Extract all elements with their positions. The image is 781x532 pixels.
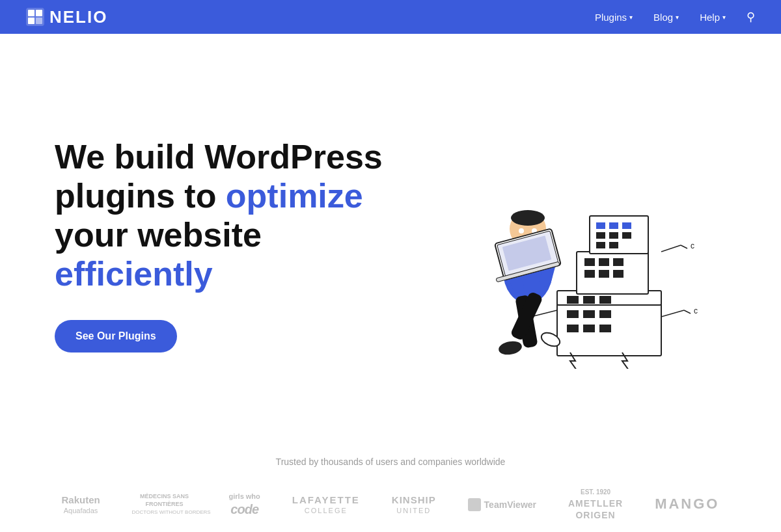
svg-rect-29 bbox=[622, 232, 631, 239]
hero-cta: See Our Plugins bbox=[55, 320, 383, 352]
svg-point-43 bbox=[511, 210, 545, 226]
svg-rect-2 bbox=[36, 10, 42, 16]
svg-rect-10 bbox=[567, 310, 579, 318]
svg-rect-11 bbox=[583, 310, 595, 318]
nav-logo[interactable]: NELIO bbox=[26, 7, 107, 27]
nav-plugins[interactable]: Plugins ▾ bbox=[595, 12, 633, 23]
svg-rect-1 bbox=[28, 10, 34, 16]
svg-line-34 bbox=[661, 310, 684, 317]
logo-lafayette: LAFAYETTE COLLEGE bbox=[292, 494, 360, 516]
svg-rect-19 bbox=[613, 258, 623, 266]
svg-rect-4 bbox=[36, 18, 42, 24]
chevron-down-icon: ▾ bbox=[722, 14, 726, 21]
teamviewer-icon bbox=[468, 498, 481, 511]
nelio-logo-icon bbox=[26, 8, 44, 26]
svg-rect-26 bbox=[622, 222, 631, 229]
svg-rect-27 bbox=[596, 232, 605, 239]
svg-rect-22 bbox=[613, 270, 623, 278]
trusted-tagline: Trusted by thousands of users and compan… bbox=[26, 457, 755, 467]
svg-rect-7 bbox=[567, 296, 579, 304]
chevron-down-icon: ▾ bbox=[629, 14, 633, 21]
svg-rect-30 bbox=[596, 242, 605, 248]
svg-rect-21 bbox=[599, 270, 609, 278]
svg-rect-25 bbox=[609, 222, 618, 229]
svg-rect-9 bbox=[599, 296, 611, 304]
nav-help[interactable]: Help ▾ bbox=[700, 12, 726, 23]
logo-msf: MÉDECINS SANSFRONTIÈRESDOCTORS WITHOUT B… bbox=[132, 493, 197, 516]
hero-text: We build WordPress plugins to optimize y… bbox=[55, 138, 383, 352]
hero-illustration: c c c bbox=[414, 122, 726, 369]
svg-text:c: c bbox=[694, 306, 698, 315]
logo-rakuten: Rakuten Aquafadas bbox=[61, 494, 100, 516]
svg-rect-28 bbox=[609, 232, 618, 239]
logo-girlswhocode: girls who code bbox=[229, 492, 260, 518]
hero-heading: We build WordPress plugins to optimize y… bbox=[55, 138, 383, 293]
hero-svg: c c c bbox=[414, 122, 726, 369]
logo-ametller: EST. 1920 AMETLLER ORIGEN bbox=[568, 488, 623, 521]
svg-point-44 bbox=[519, 228, 524, 233]
svg-line-35 bbox=[684, 310, 691, 313]
svg-rect-8 bbox=[583, 296, 595, 304]
svg-rect-17 bbox=[584, 258, 595, 266]
logo-mango: MANGO bbox=[655, 495, 719, 514]
svg-rect-18 bbox=[599, 258, 609, 266]
hero-section: We build WordPress plugins to optimize y… bbox=[0, 34, 781, 444]
svg-rect-31 bbox=[609, 242, 618, 248]
main-nav: NELIO Plugins ▾ Blog ▾ Help ▾ ⚲ bbox=[0, 0, 781, 34]
svg-rect-15 bbox=[599, 325, 611, 332]
see-plugins-button[interactable]: See Our Plugins bbox=[55, 320, 177, 352]
logo-kinship: KINSHIP UNITED bbox=[392, 494, 436, 516]
svg-line-33 bbox=[681, 245, 687, 248]
nav-links: Plugins ▾ Blog ▾ Help ▾ ⚲ bbox=[595, 10, 755, 24]
svg-rect-24 bbox=[596, 222, 605, 229]
svg-rect-12 bbox=[599, 310, 611, 318]
logos-row: Rakuten Aquafadas MÉDECINS SANSFRONTIÈRE… bbox=[26, 488, 755, 521]
svg-rect-20 bbox=[584, 270, 595, 278]
svg-rect-3 bbox=[28, 18, 34, 24]
trusted-section: Trusted by thousands of users and compan… bbox=[0, 444, 781, 532]
svg-rect-13 bbox=[567, 325, 579, 332]
svg-line-32 bbox=[661, 245, 681, 252]
svg-rect-14 bbox=[583, 325, 595, 332]
logo-text: NELIO bbox=[49, 7, 107, 27]
chevron-down-icon: ▾ bbox=[676, 14, 679, 21]
search-icon[interactable]: ⚲ bbox=[747, 10, 755, 24]
svg-text:c: c bbox=[691, 241, 694, 250]
svg-point-48 bbox=[498, 339, 523, 356]
logo-teamviewer: TeamViewer bbox=[468, 498, 536, 511]
nav-blog[interactable]: Blog ▾ bbox=[653, 12, 679, 23]
